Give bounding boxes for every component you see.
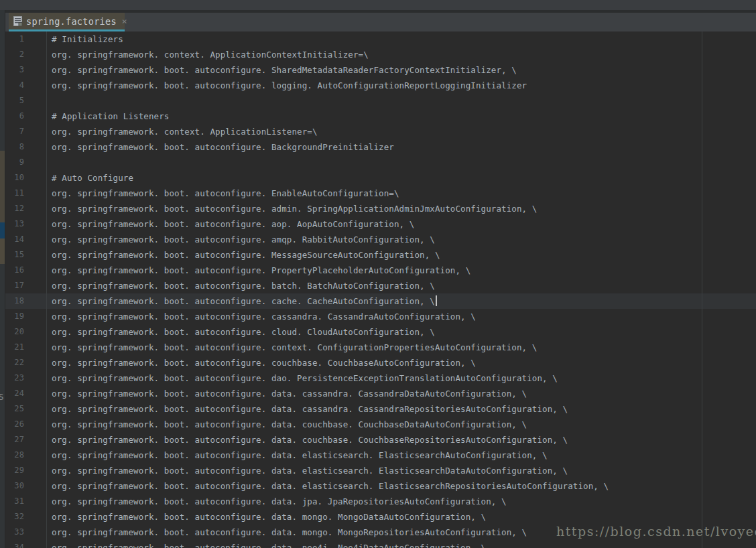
code-text: org. springframework. boot. autoconfigur… <box>47 324 435 340</box>
code-text: org. springframework. context. Applicati… <box>47 124 318 139</box>
code-text: org. springframework. boot. autoconfigur… <box>47 186 399 201</box>
code-text: org. springframework. boot. autoconfigur… <box>47 62 517 78</box>
code-line[interactable]: 4org. springframework. boot. autoconfigu… <box>0 78 756 93</box>
gutter[interactable]: 19 <box>0 309 47 324</box>
code-line[interactable]: 28org. springframework. boot. autoconfig… <box>0 448 756 463</box>
code-line[interactable]: 20org. springframework. boot. autoconfig… <box>0 324 756 340</box>
code-line[interactable]: 6# Application Listeners <box>0 109 756 124</box>
code-text: org. springframework. boot. autoconfigur… <box>47 216 414 232</box>
code-line[interactable]: 17org. springframework. boot. autoconfig… <box>0 278 756 293</box>
close-icon[interactable]: × <box>122 17 127 25</box>
code-line[interactable]: 34org. springframework. boot. autoconfig… <box>0 540 756 548</box>
gutter[interactable]: 8 <box>0 139 47 155</box>
gutter[interactable]: 3 <box>0 62 47 78</box>
gutter[interactable]: 20 <box>0 324 47 340</box>
code-line[interactable]: 31org. springframework. boot. autoconfig… <box>0 494 756 509</box>
code-line[interactable]: 26org. springframework. boot. autoconfig… <box>0 417 756 432</box>
gutter[interactable]: 6 <box>0 109 47 124</box>
code-line[interactable]: 10# Auto Configure <box>0 170 756 186</box>
gutter[interactable]: 18 <box>0 293 47 309</box>
gutter[interactable]: 11 <box>0 186 47 201</box>
code-line[interactable]: 18org. springframework. boot. autoconfig… <box>0 293 756 309</box>
code-text: org. springframework. boot. autoconfigur… <box>47 401 568 417</box>
gutter[interactable]: 10 <box>0 170 47 186</box>
code-text: org. springframework. boot. autoconfigur… <box>47 463 568 478</box>
gutter[interactable]: 1 <box>0 31 47 47</box>
window-header <box>0 0 756 10</box>
editor-tab-bar: spring.factories × <box>0 13 756 31</box>
code-text: org. springframework. boot. autoconfigur… <box>47 370 558 386</box>
gutter[interactable]: 17 <box>0 278 47 293</box>
gutter[interactable]: 21 <box>0 340 47 355</box>
code-line[interactable]: 19org. springframework. boot. autoconfig… <box>0 309 756 324</box>
gutter[interactable]: 31 <box>0 494 47 509</box>
tab-title: spring.factories <box>26 16 117 27</box>
code-text <box>47 155 52 170</box>
code-text: org. springframework. boot. autoconfigur… <box>47 278 435 293</box>
code-line[interactable]: 14org. springframework. boot. autoconfig… <box>0 232 756 247</box>
code-line[interactable]: 9 <box>0 155 756 170</box>
gutter[interactable]: 27 <box>0 432 47 448</box>
gutter[interactable]: 29 <box>0 463 47 478</box>
gutter[interactable]: 25 <box>0 401 47 417</box>
gutter[interactable]: 33 <box>0 525 47 540</box>
code-text: org. springframework. boot. autoconfigur… <box>47 494 507 509</box>
text-caret <box>436 295 437 306</box>
code-line[interactable]: 30org. springframework. boot. autoconfig… <box>0 478 756 494</box>
stripe-label: S <box>0 392 4 402</box>
gutter[interactable]: 5 <box>0 93 47 109</box>
gutter[interactable]: 4 <box>0 78 47 93</box>
code-text: org. springframework. boot. autoconfigur… <box>47 78 527 93</box>
code-editor[interactable]: 1# Initializers2org. springframework. co… <box>0 31 756 548</box>
code-line[interactable]: 22org. springframework. boot. autoconfig… <box>0 355 756 370</box>
gutter[interactable]: 32 <box>0 509 47 525</box>
gutter[interactable]: 9 <box>0 155 47 170</box>
gutter[interactable]: 13 <box>0 216 47 232</box>
gutter[interactable]: 24 <box>0 386 47 401</box>
code-text: org. springframework. boot. autoconfigur… <box>47 540 486 548</box>
code-line[interactable]: 24org. springframework. boot. autoconfig… <box>0 386 756 401</box>
code-text: # Application Listeners <box>47 109 169 124</box>
code-line[interactable]: 15org. springframework. boot. autoconfig… <box>0 247 756 263</box>
gutter[interactable]: 22 <box>0 355 47 370</box>
code-line[interactable]: 11org. springframework. boot. autoconfig… <box>0 186 756 201</box>
code-line[interactable]: 12org. springframework. boot. autoconfig… <box>0 201 756 216</box>
code-text: org. springframework. boot. autoconfigur… <box>47 509 486 525</box>
code-line[interactable]: 23org. springframework. boot. autoconfig… <box>0 370 756 386</box>
code-line[interactable]: 29org. springframework. boot. autoconfig… <box>0 463 756 478</box>
code-line[interactable]: 13org. springframework. boot. autoconfig… <box>0 216 756 232</box>
code-line[interactable]: 5 <box>0 93 756 109</box>
stripe-segment <box>0 151 5 222</box>
gutter[interactable]: 34 <box>0 540 47 548</box>
code-line[interactable]: 8org. springframework. boot. autoconfigu… <box>0 139 756 155</box>
code-text: org. springframework. boot. autoconfigur… <box>47 478 609 494</box>
gutter[interactable]: 26 <box>0 417 47 432</box>
gutter[interactable]: 15 <box>0 247 47 263</box>
code-line[interactable]: 16org. springframework. boot. autoconfig… <box>0 263 756 278</box>
gutter[interactable]: 2 <box>0 47 47 62</box>
gutter[interactable]: 7 <box>0 124 47 139</box>
code-text: org. springframework. boot. autoconfigur… <box>47 247 440 263</box>
gutter[interactable]: 16 <box>0 263 47 278</box>
gutter[interactable]: 14 <box>0 232 47 247</box>
gutter[interactable]: 12 <box>0 201 47 216</box>
code-line[interactable]: 3org. springframework. boot. autoconfigu… <box>0 62 756 78</box>
gutter[interactable]: 30 <box>0 478 47 494</box>
code-text: # Auto Configure <box>47 170 133 186</box>
code-line[interactable]: 2org. springframework. context. Applicat… <box>0 47 756 62</box>
gutter[interactable]: 28 <box>0 448 47 463</box>
code-line[interactable]: 7org. springframework. context. Applicat… <box>0 124 756 139</box>
code-text: org. springframework. boot. autoconfigur… <box>47 201 537 216</box>
tool-window-stripe[interactable]: S <box>0 10 5 548</box>
code-text: org. springframework. boot. autoconfigur… <box>47 139 394 155</box>
stripe-segment <box>0 238 5 264</box>
code-line[interactable]: 21org. springframework. boot. autoconfig… <box>0 340 756 355</box>
tab-spring-factories[interactable]: spring.factories × <box>9 13 125 29</box>
code-text <box>47 93 52 109</box>
code-line[interactable]: 32org. springframework. boot. autoconfig… <box>0 509 756 525</box>
code-text: org. springframework. boot. autoconfigur… <box>47 340 537 355</box>
code-line[interactable]: 1# Initializers <box>0 31 756 47</box>
code-line[interactable]: 27org. springframework. boot. autoconfig… <box>0 432 756 448</box>
code-line[interactable]: 25org. springframework. boot. autoconfig… <box>0 401 756 417</box>
gutter[interactable]: 23 <box>0 370 47 386</box>
